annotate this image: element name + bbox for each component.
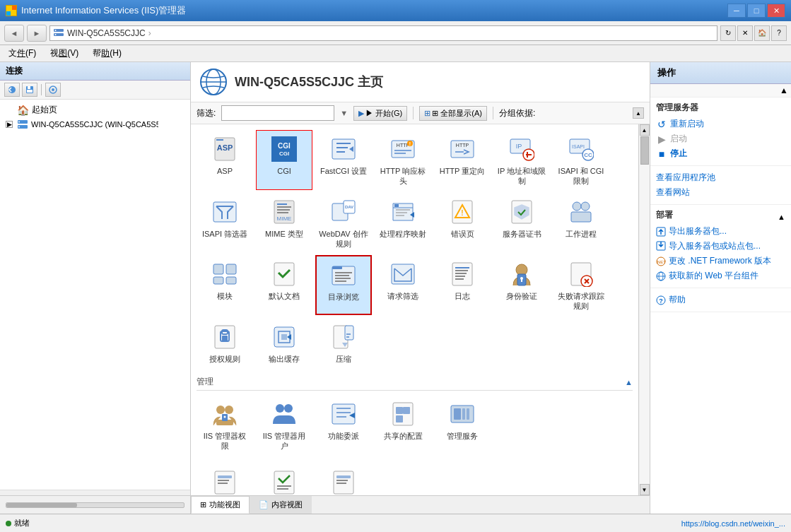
- scroll-up-button[interactable]: ▲: [640, 124, 650, 136]
- icon-mgmt-service[interactable]: 管理服务: [434, 395, 491, 455]
- ops-collapse-button[interactable]: ▲: [780, 85, 788, 95]
- filter-input[interactable]: [221, 105, 334, 121]
- address-text: WIN-Q5CA5S5CJJC: [67, 28, 146, 38]
- management-header: 管理 ▲: [197, 376, 633, 391]
- svg-text:!: !: [409, 141, 411, 146]
- icon-extra-3[interactable]: [315, 463, 372, 495]
- tree-item-start[interactable]: 🏠 起始页: [3, 102, 187, 117]
- icon-webdav[interactable]: DAV WebDAV 创作规则: [315, 193, 372, 253]
- ops-import[interactable]: 导入服务器包或站点包...: [656, 239, 785, 254]
- ops-help[interactable]: ? 帮助: [656, 292, 785, 307]
- icon-fastcgi[interactable]: FastCGI 设置: [315, 130, 372, 190]
- icon-iis-mgr-perms[interactable]: IIS 管理器权限: [197, 395, 253, 455]
- icon-compress[interactable]: 压缩: [315, 318, 372, 367]
- svg-point-100: [224, 416, 226, 418]
- ops-start[interactable]: ▶ 启动: [656, 131, 785, 146]
- svg-rect-103: [332, 404, 355, 424]
- icon-isapi-filter[interactable]: ISAPI 筛选器: [197, 193, 253, 253]
- resize-handle[interactable]: [0, 490, 190, 495]
- stop-button[interactable]: ✕: [737, 25, 753, 41]
- icon-http-redir[interactable]: HTTP HTTP 重定向: [434, 130, 491, 190]
- svg-rect-53: [394, 204, 399, 207]
- close-button[interactable]: ✕: [767, 4, 785, 18]
- ops-stop[interactable]: ■ 停止: [656, 146, 785, 161]
- features-delegate-label: 功能委派: [328, 431, 359, 441]
- restart-icon: ↺: [656, 119, 667, 130]
- icon-ip-domain[interactable]: IP IP 地址和域限制: [493, 130, 550, 190]
- icon-extra-2[interactable]: [256, 463, 312, 495]
- svg-rect-111: [454, 408, 461, 420]
- toolbar-btn-save[interactable]: [22, 83, 37, 97]
- content-header: WIN-Q5CA5S5CJJC 主页: [191, 62, 650, 102]
- ops-view-site[interactable]: 查看网站: [656, 185, 785, 200]
- toolbar-btn-connect[interactable]: [45, 83, 61, 97]
- icon-handler[interactable]: 处理程序映射: [375, 193, 431, 253]
- ops-web-platform[interactable]: 获取新的 Web 平台组件: [656, 268, 785, 283]
- icon-mime[interactable]: MIME MIME 类型: [256, 193, 312, 253]
- menu-help[interactable]: 帮助(H): [90, 46, 124, 61]
- svg-rect-70: [335, 275, 349, 276]
- svg-text:IP: IP: [516, 143, 522, 150]
- ops-view-apppool[interactable]: 查看应用程序池: [656, 170, 785, 185]
- scroll-track: [640, 136, 650, 484]
- status-indicator: [6, 521, 11, 526]
- scroll-down-button[interactable]: ▼: [640, 484, 650, 495]
- asp-label: ASP: [217, 166, 233, 176]
- icon-failed-req[interactable]: 失败请求跟踪规则: [553, 255, 609, 315]
- minimize-button[interactable]: ─: [727, 4, 746, 18]
- tab-content-view[interactable]: 📄 内容视图: [250, 496, 312, 514]
- icon-error[interactable]: ! 错误页: [434, 193, 491, 253]
- ops-view-section: 查看应用程序池 查看网站: [650, 166, 791, 205]
- ops-dotnet[interactable]: .NET 更改 .NET Framework 版本: [656, 254, 785, 268]
- icon-auth[interactable]: 身份验证: [493, 255, 550, 315]
- menu-view[interactable]: 视图(V): [47, 46, 81, 61]
- icon-worker[interactable]: 工作进程: [553, 193, 609, 253]
- toolbar-btn-1[interactable]: [4, 83, 20, 97]
- icon-modules[interactable]: 模块: [197, 255, 253, 315]
- tab-feature-view[interactable]: ⊞ 功能视图: [191, 496, 250, 514]
- menu-file[interactable]: 文件(F): [6, 46, 39, 61]
- icon-shared-config[interactable]: 共享的配置: [375, 395, 431, 455]
- start-filter-button[interactable]: ▶ ▶ 开始(G): [353, 106, 407, 121]
- svg-point-102: [284, 404, 293, 413]
- icon-logging[interactable]: 日志: [434, 255, 491, 315]
- icon-isapi-cgi[interactable]: CC ISAPI ISAPI 和 CGI限制: [553, 130, 609, 190]
- refresh-button[interactable]: ↻: [720, 25, 736, 41]
- management-collapse[interactable]: ▲: [625, 378, 633, 386]
- title-bar: Internet Information Services (IIS)管理器 ─…: [0, 0, 791, 21]
- svg-rect-23: [216, 139, 223, 141]
- icon-iis-mgr-users[interactable]: IIS 管理器用户: [256, 395, 312, 455]
- icon-authz[interactable]: 授权规则: [197, 318, 253, 367]
- icon-extra-1[interactable]: [197, 463, 253, 495]
- svg-rect-76: [455, 270, 468, 271]
- dir-browse-label: 目录浏览: [328, 292, 359, 302]
- home-button[interactable]: 🏠: [754, 25, 770, 41]
- icon-http-resp[interactable]: HTTP ! HTTP 响应标头: [375, 130, 431, 190]
- icon-request-filter[interactable]: 请求筛选: [375, 255, 431, 315]
- back-button[interactable]: ◄: [4, 25, 24, 42]
- icon-features-delegate[interactable]: 功能委派: [315, 395, 372, 455]
- compress-label: 压缩: [336, 354, 351, 364]
- svg-rect-119: [277, 485, 291, 487]
- help-addr-button[interactable]: ?: [771, 25, 787, 41]
- isapi-cgi-label: ISAPI 和 CGI限制: [556, 166, 606, 187]
- forward-button[interactable]: ►: [27, 25, 47, 42]
- svg-rect-75: [455, 267, 469, 268]
- scroll-thumb[interactable]: [640, 136, 649, 165]
- icon-dir-browse[interactable]: 目录浏览: [315, 255, 372, 315]
- deploy-collapse[interactable]: ▲: [778, 213, 785, 221]
- icon-ssl[interactable]: 服务器证书: [493, 193, 550, 253]
- maximize-button[interactable]: □: [747, 4, 766, 18]
- show-all-button[interactable]: ⊞ ⊞ 全部显示(A): [419, 106, 487, 121]
- expand-icon[interactable]: ▶: [6, 121, 13, 128]
- icon-cgi[interactable]: CGI CGI CGI: [256, 130, 312, 190]
- icon-default-doc[interactable]: 默认文档: [256, 255, 312, 315]
- app-icon: [6, 5, 17, 16]
- icon-asp[interactable]: ASP ASP: [197, 130, 253, 190]
- ops-restart[interactable]: ↺ 重新启动: [656, 117, 785, 131]
- horizontal-scrollbar[interactable]: [6, 502, 184, 508]
- tree-item-server[interactable]: ▶ WIN-Q5CA5S5CJJC (WIN-Q5CA5S5CJ...: [3, 117, 187, 131]
- icon-output-cache[interactable]: 输出缓存: [256, 318, 312, 367]
- scroll-up-btn[interactable]: ▲: [633, 107, 644, 119]
- ops-export[interactable]: 导出服务器包...: [656, 224, 785, 239]
